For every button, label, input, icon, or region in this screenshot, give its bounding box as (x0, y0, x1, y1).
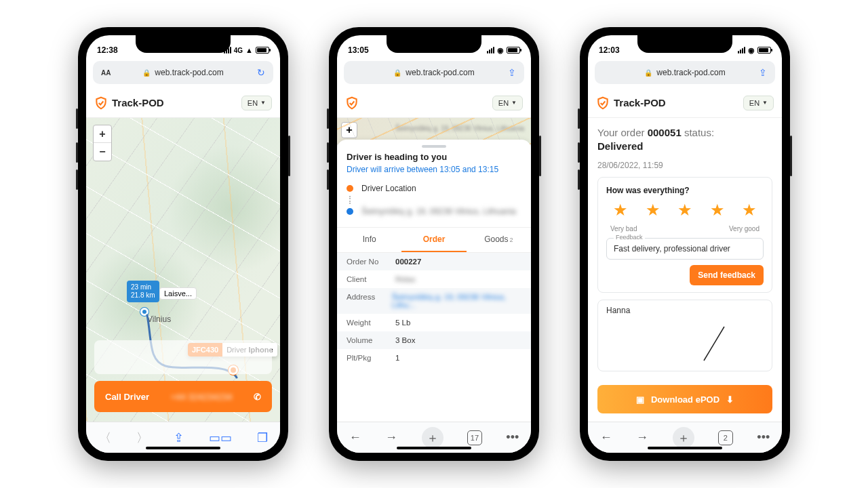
network-label: 4G (234, 47, 243, 54)
url-text: web.track-pod.com (656, 68, 725, 77)
zoom-out-button[interactable]: − (94, 143, 111, 161)
order-sheet: Driver is heading to you Driver will arr… (337, 140, 531, 422)
url-text: web.track-pod.com (155, 68, 223, 77)
tab-goods[interactable]: Goods2 (467, 228, 531, 252)
order-number: 000051 (648, 127, 682, 138)
sheet-peek[interactable] (94, 340, 272, 374)
k-address: Address (347, 293, 392, 309)
bookmarks-icon[interactable]: ▭▭ (209, 430, 232, 445)
feedback-title: How was everything? (606, 186, 764, 195)
language-value: EN (498, 99, 509, 107)
status-mid: status: (682, 127, 714, 138)
new-tab-button[interactable]: ＋ (422, 427, 443, 449)
home-indicator[interactable] (146, 447, 220, 449)
destination-marker (140, 308, 149, 316)
home-indicator[interactable] (397, 447, 471, 449)
rating-stars: ★ ★ ★ ★ ★ (606, 201, 764, 220)
eta-text: Driver will arrive between 13:05 and 13:… (337, 162, 531, 181)
wifi-icon: ▲ (245, 46, 253, 54)
back-icon[interactable]: ← (600, 430, 612, 445)
phone-icon: ✆ (254, 392, 261, 402)
tabs-icon[interactable]: ❐ (257, 430, 268, 445)
star-3[interactable]: ★ (677, 201, 692, 220)
k-weight: Weight (347, 319, 395, 327)
chevron-down-icon: ▼ (260, 100, 266, 106)
sheet-grabber[interactable] (422, 145, 446, 148)
feedback-input[interactable]: Feedback Fast delivery, professional dri… (606, 238, 764, 260)
brand-logo[interactable] (345, 96, 359, 110)
destination-address: Šeimyniškių g. 19, 09236 Vilnius, Lithua… (361, 207, 516, 216)
menu-icon[interactable]: ••• (757, 430, 770, 445)
share-icon[interactable]: ⇪ (759, 67, 767, 78)
image-icon: ▣ (636, 394, 644, 405)
language-selector[interactable]: EN ▼ (241, 96, 272, 110)
forward-icon[interactable]: → (636, 430, 648, 445)
call-driver-button[interactable]: Call Driver +44 324234234 ✆ (94, 381, 272, 412)
shield-check-icon (596, 96, 610, 110)
wifi-icon: ◉ (497, 46, 504, 55)
share-icon[interactable]: ⇪ (508, 67, 516, 78)
zoom-in-button[interactable]: + (94, 125, 111, 143)
app-header: Track-POD EN ▼ (86, 88, 280, 118)
star-2[interactable]: ★ (646, 201, 660, 220)
route-info-pin: 23 min 21.8 km (127, 281, 159, 302)
home-indicator[interactable] (648, 447, 722, 449)
scale-good-label: Very good (729, 225, 760, 232)
star-1[interactable]: ★ (613, 201, 628, 220)
map-view[interactable]: + − 23 min 21.8 km Laisve... Vilnius JFC… (86, 118, 280, 422)
download-label: Download ePOD (651, 394, 719, 405)
phone-notch (387, 35, 481, 53)
browser-url-bar[interactable]: AA 🔒 web.track-pod.com ↻ (93, 61, 273, 84)
brand-text: Track-POD (112, 97, 164, 108)
v-address: Šeimyniškių g. 19, 09236 Vilnius, Lithu.… (392, 293, 521, 309)
k-client: Client (347, 275, 395, 283)
k-volume: Volume (347, 336, 395, 344)
lock-icon: 🔒 (644, 69, 652, 77)
phone-frame-3: 12:03 ◉ 🔒 web.track-pod.com ⇪ Track-POD … (580, 27, 790, 461)
zoom-in-button[interactable]: + (341, 122, 357, 138)
tab-order[interactable]: Order (401, 228, 466, 252)
star-4[interactable]: ★ (710, 201, 725, 220)
forward-icon[interactable]: → (385, 430, 397, 445)
send-feedback-button[interactable]: Send feedback (690, 265, 764, 285)
reload-icon[interactable]: ↻ (257, 67, 265, 78)
status-value: Delivered (597, 140, 644, 152)
battery-icon (757, 47, 771, 54)
route-connector-icon (349, 196, 531, 204)
tab-count[interactable]: 17 (467, 430, 482, 445)
share-icon[interactable]: ⇪ (174, 430, 184, 445)
forward-icon[interactable]: 〉 (136, 430, 149, 446)
menu-icon[interactable]: ••• (506, 430, 519, 445)
download-epod-button[interactable]: ▣ Download ePOD ⬇ (597, 385, 772, 413)
brand-logo[interactable]: Track-POD (94, 96, 164, 110)
app-header: Track-POD EN ▼ (588, 88, 782, 118)
back-icon[interactable]: ← (349, 430, 361, 445)
phone-frame-1: 12:38 4G ▲ AA 🔒 web.track-pod.com ↻ Trac… (78, 27, 288, 461)
new-tab-button[interactable]: ＋ (673, 427, 694, 449)
language-selector[interactable]: EN ▼ (492, 96, 523, 110)
phone-notch (637, 35, 732, 53)
shield-check-icon (345, 96, 359, 110)
tab-count[interactable]: 2 (718, 430, 733, 445)
order-details-table: Order No000227 ClientRidas AddressŠeimyn… (337, 253, 531, 367)
route-time: 23 min (131, 283, 155, 291)
lock-icon: 🔒 (142, 69, 151, 77)
tab-goods-label: Goods (484, 235, 508, 244)
reader-button[interactable]: AA (101, 69, 111, 77)
goods-count-badge: 2 (509, 237, 513, 243)
language-selector[interactable]: EN ▼ (743, 96, 774, 110)
star-5[interactable]: ★ (742, 201, 757, 220)
place-label: Laisve... (159, 287, 197, 300)
chevron-down-icon: ▼ (762, 100, 768, 106)
call-number: +44 324234234 (171, 392, 233, 402)
signature-stroke (697, 323, 731, 364)
back-icon[interactable]: 〈 (99, 430, 111, 446)
browser-url-bar[interactable]: 🔒 web.track-pod.com ⇪ (344, 61, 524, 84)
brand-logo[interactable]: Track-POD (596, 96, 666, 110)
language-value: EN (248, 99, 258, 107)
browser-url-bar[interactable]: 🔒 web.track-pod.com ⇪ (595, 61, 775, 84)
tab-info[interactable]: Info (337, 228, 401, 252)
origin-dot-icon (347, 185, 353, 192)
detail-tabs: Info Order Goods2 (337, 227, 531, 253)
v-client: Ridas (395, 275, 415, 283)
